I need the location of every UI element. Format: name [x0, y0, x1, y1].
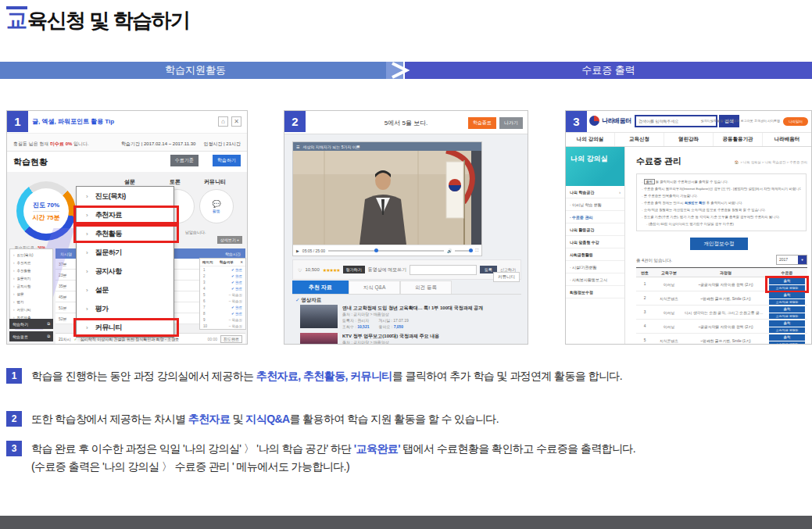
- end-learning-button[interactable]: 학습종료: [468, 117, 496, 129]
- recommended-video-item[interactable]: KTV 정부 업무보고(100대) 국정과제 주요 내용 출처 : 공지마당 >…: [300, 333, 521, 345]
- volume-icon[interactable]: 🔊: [447, 248, 452, 253]
- mini-menu-item[interactable]: ›설문: [10, 290, 52, 298]
- print-certificate-button[interactable]: 출력: [769, 292, 805, 298]
- notice-line: 소속/직급 현행화는 개인정보의 소속/직급 정보로 수료증을 현행화 할 수 …: [642, 206, 801, 213]
- gov-link-pill[interactable]: 나라일터: [783, 117, 808, 126]
- rate-button[interactable]: 평가하기: [343, 266, 365, 273]
- nav-my-classroom[interactable]: 나의 강의실: [566, 133, 615, 146]
- print-certificate-button[interactable]: 출력: [769, 278, 805, 284]
- sidebar: 나의 강의실 나의 학습공간› · 이러닝 학습 현황 · 수료증 관리 나의 …: [566, 147, 625, 344]
- step-badge-1: 1: [7, 111, 28, 132]
- print-certificate-button[interactable]: 출력: [769, 306, 805, 313]
- screenshot-video-player: 2 5에서 5을 보다. 학습종료 나가기 ☰ 세상의 지배자가 되는 5가지 …: [284, 110, 528, 345]
- edu-icon: 교: [6, 6, 27, 31]
- menu-item-recommended-activities[interactable]: ›추천활동: [77, 224, 173, 243]
- video-title: 세상의 지배자가 되는 5가지 이론: [302, 145, 359, 149]
- step-certificate-print: 수료증 출력: [405, 62, 812, 79]
- exit-button[interactable]: 나가기: [499, 117, 523, 129]
- logo-icon: [589, 116, 599, 126]
- sidebar-title: 나의 강의실: [566, 147, 624, 186]
- update-position-button[interactable]: 소속/직급 현행화: [769, 313, 805, 319]
- mini-menu-item[interactable]: ›진도(목차): [10, 251, 52, 259]
- update-position-button[interactable]: 소속/직급 현행화: [769, 327, 805, 333]
- recommended-video-item[interactable]: 연내 고교학점제 도입 청년 교육확대… 톡! 1부 100대 국정과제 공개 …: [300, 305, 521, 330]
- print-certificate-button[interactable]: 출력: [769, 320, 805, 327]
- status-row: 9– 학습전: [200, 316, 245, 323]
- update-position-button[interactable]: 소속/직급 현행화: [769, 299, 805, 305]
- sidebar-item-my-learning-space[interactable]: 나의 학습공간›: [566, 186, 624, 198]
- list-icon[interactable]: ☰: [296, 145, 299, 149]
- home-icon[interactable]: ⌂: [218, 116, 228, 127]
- video-item-title[interactable]: KTV 정부 업무보고(100대) 국정과제 주요 내용: [342, 333, 521, 339]
- video-item-title[interactable]: 연내 고교학점제 도입 청년 교육확대… 톡! 1부 100대 국정과제 공개: [342, 305, 521, 311]
- nav-open-lectures[interactable]: 열린강좌: [664, 133, 714, 146]
- close-icon[interactable]: ✕: [231, 116, 241, 127]
- completion-criteria-button[interactable]: 수료기준: [170, 155, 199, 166]
- year-select[interactable]: 2017 ▼: [776, 255, 807, 265]
- print-certificate-button[interactable]: 출력: [769, 334, 805, 341]
- menu-item-evaluation[interactable]: ›평가: [77, 299, 173, 318]
- start-learning-button[interactable]: 학습하기: [213, 155, 241, 166]
- mini-menu-item[interactable]: ›추천자료: [10, 259, 52, 266]
- learning-end-button[interactable]: 학습종료⧉: [9, 331, 53, 341]
- volume-slider[interactable]: [455, 250, 472, 252]
- update-position-button[interactable]: 소속/직급 현행화: [769, 285, 805, 291]
- update-position-button[interactable]: 소속/직급 현행화: [769, 341, 805, 345]
- status-row: 5– 학습전: [200, 291, 245, 298]
- mini-menu-item[interactable]: ›커뮤니티: [10, 306, 52, 313]
- menu-item-ask-question[interactable]: ›질문하기: [77, 243, 173, 262]
- tab-knowledge-qna[interactable]: 지식 Q&A: [349, 281, 400, 294]
- play-icon[interactable]: ▶: [296, 248, 299, 253]
- sidebar-item-volunteer-report[interactable]: · 사회봉사활동보고서: [566, 273, 624, 286]
- menu-item-notice[interactable]: ›공지사항: [77, 262, 173, 281]
- mini-menu-item[interactable]: ›평가: [10, 298, 52, 306]
- tab-opinion[interactable]: 의견 등록: [400, 281, 452, 294]
- star-rating[interactable]: ★★★★★: [323, 267, 340, 273]
- detail-view-button[interactable]: 상세보기 +: [217, 236, 242, 244]
- progress-complete-button[interactable]: 진도완료: [220, 335, 242, 343]
- learning-window-button[interactable]: 학습하기⧉: [9, 319, 53, 329]
- breadcrumb: 🏠 > 나의 강의실 > 나의 학습공간 > 수료증 관리: [735, 160, 807, 164]
- video-item-text: KTV 정부 업무보고(100대) 국정과제 주요 내용 출처 : 공지마당 >…: [342, 333, 521, 345]
- close-icon[interactable]: ✕: [240, 260, 243, 264]
- home-icon[interactable]: 🏠: [735, 160, 739, 164]
- sidebar-item-facility-status[interactable]: · 시설/기관현황: [566, 261, 624, 273]
- menu-item-community[interactable]: ›커뮤니티: [77, 318, 173, 337]
- video-frame[interactable]: [293, 151, 481, 245]
- tab-recommended-materials[interactable]: 추천 자료: [292, 281, 349, 294]
- course-title-link[interactable]: 글, 엑셀, 파워포인트 활용 Tip: [32, 117, 114, 126]
- certificate-table: 번호 교육구분 과정명 수료증 1 이러닝 ~공공저작물 자유이용 정책 (2기…: [636, 267, 807, 345]
- status-row: 8✔ 완료: [200, 310, 245, 316]
- sidebar-item-edit-member-info[interactable]: 회원정보수정: [566, 286, 624, 298]
- utility-links[interactable]: 원격지원/도움말 학습바우처 로그아웃 고객센터 사이트맵: [700, 119, 780, 123]
- seek-bar[interactable]: [328, 250, 444, 252]
- menu-item-recommended-materials[interactable]: ›추천자료: [77, 206, 173, 224]
- video-item-source: 출처 : 공지마당 > 배움영상: [342, 339, 521, 345]
- learning-status-heading: 학습현황: [13, 156, 48, 168]
- memo-input[interactable]: [410, 265, 477, 275]
- nav-shared-orgs[interactable]: 공동활용기관: [714, 133, 763, 146]
- menu-item-survey[interactable]: ›설문: [77, 281, 173, 299]
- memo-label: 동영상에 메모쓰기: [368, 266, 407, 273]
- nav-apply-education[interactable]: 교육신청: [615, 133, 664, 146]
- sidebar-item-my-activity-space[interactable]: 나의 활동공간: [566, 223, 624, 236]
- sidebar-item-certificate-management[interactable]: · 수료증 관리: [566, 211, 624, 223]
- like-icon[interactable]: ♡: [298, 267, 302, 273]
- video-item-text: 연내 고교학점제 도입 청년 교육확대… 톡! 1부 100대 국정과제 공개 …: [342, 305, 521, 330]
- sidebar-item-custom-courses[interactable]: 나의 맞춤형 수강: [566, 236, 624, 248]
- sidebar-item-elearning-status[interactable]: · 이러닝 학습 현황: [566, 198, 624, 211]
- sidebar-item-social-contribution[interactable]: 사회공헌활동: [566, 248, 624, 261]
- mini-menu-item[interactable]: ›질문하기: [10, 274, 52, 282]
- mini-menu-item[interactable]: ›공지사항: [10, 282, 52, 290]
- menu-item-progress[interactable]: ›진도(목차): [77, 187, 173, 206]
- site-logo[interactable]: 나라배움터: [589, 116, 631, 126]
- edit-personal-info-button[interactable]: 개인정보수정: [690, 238, 748, 250]
- nav-nara-baeumteo[interactable]: 나라배움터: [763, 133, 811, 146]
- page-header: 교 육신청 및 학습하기: [6, 6, 189, 31]
- mini-menu-item[interactable]: ›추천활동: [10, 266, 52, 274]
- external-icon: ⧉: [47, 321, 50, 327]
- community-circle[interactable]: 💬 활동: [199, 189, 234, 223]
- fullscreen-icon[interactable]: ⛶: [475, 248, 478, 253]
- certificate-notice-box: 출력 을 클릭하시면 수료확인서를 출력할 수 있습니다. 수료증 출력시 웹브…: [636, 173, 807, 231]
- notice-line: 출력 을 클릭하시면 수료확인서를 출력할 수 있습니다.: [642, 178, 801, 185]
